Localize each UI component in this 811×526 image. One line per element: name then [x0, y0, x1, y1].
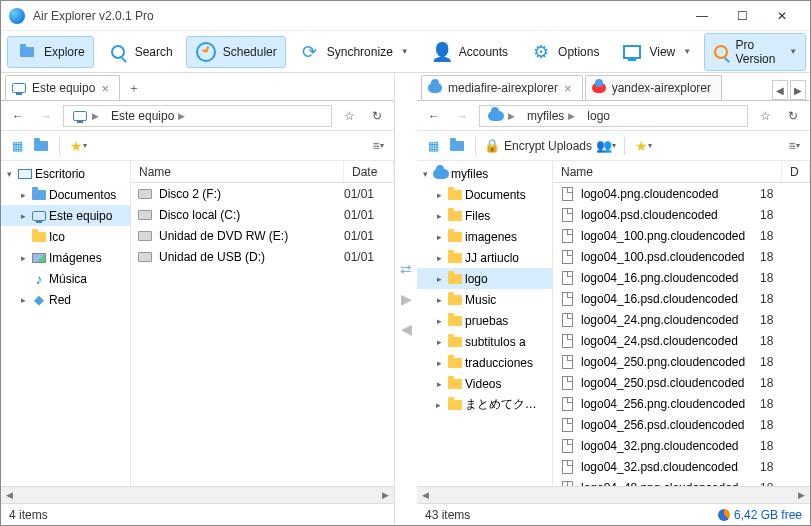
list-row[interactable]: logo04_16.png.cloudencoded 18	[553, 267, 810, 288]
view-mode-button[interactable]: ≡▾	[368, 136, 388, 156]
tree-item[interactable]: ▸ Files	[417, 205, 552, 226]
chevron-right-icon[interactable]: ▸	[433, 316, 445, 326]
list-row[interactable]: logo04.png.cloudencoded 18	[553, 183, 810, 204]
favorites-dropdown[interactable]: ★▾	[68, 136, 88, 156]
tab-close-icon[interactable]: ×	[564, 81, 572, 96]
tab-mediafire[interactable]: mediafire-airexplorer ×	[421, 75, 583, 100]
list-row[interactable]: logo04_48.png.cloudencoded 18	[553, 477, 810, 486]
back-button[interactable]: ←	[423, 105, 445, 127]
tree-item[interactable]: ♪ Música	[1, 268, 130, 289]
chevron-right-icon[interactable]: ▸	[17, 190, 29, 200]
col-name[interactable]: Name	[553, 161, 782, 182]
tree-item[interactable]: ▸ まとめてクラウ	[417, 394, 552, 415]
left-file-list[interactable]: Disco 2 (F:) 01/01 Disco local (C:) 01/0…	[131, 183, 394, 486]
chevron-right-icon[interactable]: ▸	[17, 211, 29, 221]
forward-button[interactable]: →	[451, 105, 473, 127]
view-mode-button[interactable]: ≡▾	[784, 136, 804, 156]
transfer-left-button[interactable]: ◀	[401, 321, 412, 337]
tree-item[interactable]: ▸ Imágenes	[1, 247, 130, 268]
new-folder-icon[interactable]	[447, 136, 467, 156]
transfer-right-button[interactable]: ▶	[401, 291, 412, 307]
scroll-left-icon[interactable]: ◀	[417, 487, 434, 504]
chevron-right-icon[interactable]: ▸	[17, 253, 29, 263]
right-h-scrollbar[interactable]: ◀ ▶	[417, 486, 810, 503]
chevron-down-icon[interactable]: ▾	[3, 169, 15, 179]
breadcrumb-root[interactable]: ▶	[484, 108, 519, 124]
list-row[interactable]: logo04_16.psd.cloudencoded 18	[553, 288, 810, 309]
tree-item[interactable]: ▸ Documentos	[1, 184, 130, 205]
favorites-dropdown[interactable]: ★▾	[633, 136, 653, 156]
tree-item[interactable]: ▸ traducciones	[417, 352, 552, 373]
list-row[interactable]: logo04_24.psd.cloudencoded 18	[553, 330, 810, 351]
tree-item[interactable]: ▸ imagenes	[417, 226, 552, 247]
maximize-button[interactable]: ☐	[722, 1, 762, 31]
right-file-list[interactable]: logo04.png.cloudencoded 18 logo04.psd.cl…	[553, 183, 810, 486]
tree-item[interactable]: ▸ ◆ Red	[1, 289, 130, 310]
accounts-button[interactable]: 👤 Accounts	[422, 36, 517, 68]
scheduler-button[interactable]: Scheduler	[186, 36, 286, 68]
breadcrumb-host[interactable]: ▶ myfiles ▶ logo	[479, 105, 748, 127]
chevron-right-icon[interactable]: ▸	[433, 358, 445, 368]
chevron-right-icon[interactable]: ▸	[433, 211, 445, 221]
tree-item[interactable]: ▸ logo	[417, 268, 552, 289]
breadcrumb-host[interactable]: ▶ Este equipo ▶	[63, 105, 332, 127]
tree-item[interactable]: ▸ JJ artiuclo	[417, 247, 552, 268]
tree-item[interactable]: ▸ Music	[417, 289, 552, 310]
list-row[interactable]: logo04_250.psd.cloudencoded 18	[553, 372, 810, 393]
refresh-button[interactable]: ↻	[366, 105, 388, 127]
list-row[interactable]: Unidad de DVD RW (E:) 01/01	[131, 225, 394, 246]
chevron-right-icon[interactable]: ▸	[433, 379, 445, 389]
tree-item[interactable]: ▾ Escritorio	[1, 163, 130, 184]
list-row[interactable]: Disco 2 (F:) 01/01	[131, 183, 394, 204]
scroll-left-icon[interactable]: ◀	[1, 487, 18, 504]
close-button[interactable]: ✕	[762, 1, 802, 31]
left-tree[interactable]: ▾ Escritorio ▸ Documentos ▸ Este equipo …	[1, 161, 131, 486]
chevron-right-icon[interactable]: ▸	[17, 295, 29, 305]
list-row[interactable]: logo04_100.png.cloudencoded 18	[553, 225, 810, 246]
list-row[interactable]: logo04_32.psd.cloudencoded 18	[553, 456, 810, 477]
breadcrumb-item[interactable]: logo	[583, 109, 614, 123]
scroll-right-icon[interactable]: ▶	[377, 487, 394, 504]
list-row[interactable]: logo04_32.png.cloudencoded 18	[553, 435, 810, 456]
chevron-right-icon[interactable]: ▸	[433, 274, 445, 284]
chevron-right-icon[interactable]: ▸	[433, 400, 445, 410]
list-row[interactable]: logo04.psd.cloudencoded 18	[553, 204, 810, 225]
tree-item[interactable]: ▸ Documents	[417, 184, 552, 205]
breadcrumb-root[interactable]: ▶	[68, 108, 103, 124]
list-row[interactable]: logo04_256.png.cloudencoded 18	[553, 393, 810, 414]
right-tree[interactable]: ▾ myfiles ▸ Documents ▸ Files ▸ imagenes…	[417, 161, 553, 486]
minimize-button[interactable]: —	[682, 1, 722, 31]
breadcrumb-item[interactable]: myfiles ▶	[523, 109, 579, 123]
chevron-right-icon[interactable]: ▸	[433, 337, 445, 347]
tree-item[interactable]: ▾ myfiles	[417, 163, 552, 184]
left-h-scrollbar[interactable]: ◀ ▶	[1, 486, 394, 503]
tree-item[interactable]: Ico	[1, 226, 130, 247]
options-button[interactable]: ⚙ Options	[521, 36, 608, 68]
tab-yandex[interactable]: yandex-airexplorer	[585, 75, 722, 100]
pro-version-button[interactable]: Pro Version ▼	[704, 33, 806, 71]
back-button[interactable]: ←	[7, 105, 29, 127]
list-row[interactable]: logo04_250.png.cloudencoded 18	[553, 351, 810, 372]
search-button[interactable]: Search	[98, 36, 182, 68]
tree-item[interactable]: ▸ Videos	[417, 373, 552, 394]
list-row[interactable]: Disco local (C:) 01/01	[131, 204, 394, 225]
chevron-right-icon[interactable]: ▸	[433, 190, 445, 200]
select-all-icon[interactable]: ▦	[7, 136, 27, 156]
col-name[interactable]: Name	[131, 161, 344, 182]
tab-scroll-right[interactable]: ▶	[790, 80, 806, 100]
share-icon[interactable]: 👥▾	[596, 136, 616, 156]
favorite-button[interactable]: ☆	[338, 105, 360, 127]
chevron-right-icon[interactable]: ▸	[433, 295, 445, 305]
tree-item[interactable]: ▸ subtitulos a	[417, 331, 552, 352]
forward-button[interactable]: →	[35, 105, 57, 127]
chevron-right-icon[interactable]: ▸	[433, 232, 445, 242]
view-button[interactable]: View ▼	[612, 36, 700, 68]
favorite-button[interactable]: ☆	[754, 105, 776, 127]
link-panes-icon[interactable]: ⇄	[400, 261, 412, 277]
refresh-button[interactable]: ↻	[782, 105, 804, 127]
tree-item[interactable]: ▸ Este equipo	[1, 205, 130, 226]
list-row[interactable]: logo04_100.psd.cloudencoded 18	[553, 246, 810, 267]
list-row[interactable]: Unidad de USB (D:) 01/01	[131, 246, 394, 267]
encrypt-uploads-toggle[interactable]: 🔒 Encrypt Uploads	[484, 138, 592, 153]
col-date[interactable]: D	[782, 161, 810, 182]
